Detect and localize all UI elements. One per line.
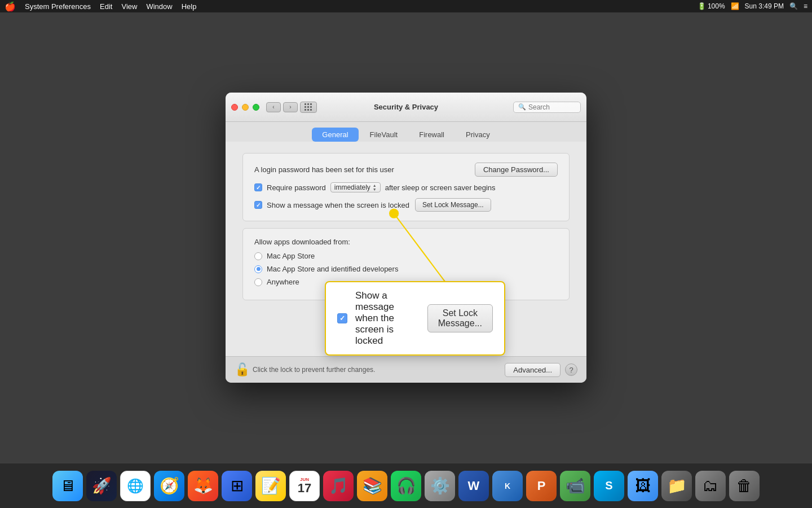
dock-item-music[interactable]: 🎵: [323, 471, 354, 501]
maximize-button[interactable]: [253, 104, 259, 111]
bottom-bar: 🔓 Click the lock to prevent further chan…: [226, 356, 586, 383]
radio-anywhere: Anywhere: [254, 278, 558, 286]
dock-item-skype[interactable]: S: [594, 471, 624, 501]
traffic-lights: [231, 104, 259, 111]
show-message-label: Show a message when the screen is locked: [267, 201, 409, 209]
radio-identified-button[interactable]: [254, 265, 262, 273]
menubar-control[interactable]: ≡: [804, 2, 807, 10]
dock-item-finder[interactable]: 🖥: [52, 471, 83, 501]
apple-menu[interactable]: 🍎: [5, 1, 16, 12]
help-button[interactable]: ?: [565, 364, 577, 376]
app-menu-help[interactable]: Help: [182, 2, 197, 11]
tab-filevault[interactable]: FileVault: [360, 128, 408, 142]
app-menu-window[interactable]: Window: [146, 2, 172, 11]
require-password-label: Require password: [267, 183, 326, 192]
search-box[interactable]: 🔍: [513, 102, 581, 113]
grid-button[interactable]: [300, 102, 317, 113]
window-title: Security & Privacy: [374, 103, 438, 111]
require-password-row: Require password immediately ▲ ▼ after s…: [254, 182, 558, 192]
advanced-button[interactable]: Advanced...: [505, 363, 561, 377]
login-password-label: A login password has been set for this u…: [254, 165, 394, 174]
search-input[interactable]: [528, 103, 579, 111]
dock-item-stickies[interactable]: 📝: [255, 471, 286, 501]
dock-item-spotify[interactable]: 🎧: [391, 471, 421, 501]
change-password-button[interactable]: Change Password...: [475, 163, 558, 177]
password-section: A login password has been set for this u…: [242, 153, 570, 221]
app-menu-edit[interactable]: Edit: [100, 2, 112, 11]
tabs-bar: General FileVault Firewall Privacy: [226, 122, 586, 142]
app-menu-view[interactable]: View: [121, 2, 137, 11]
show-message-checkbox[interactable]: [254, 201, 262, 209]
tab-privacy[interactable]: Privacy: [456, 128, 500, 142]
tab-general[interactable]: General: [312, 128, 358, 142]
nav-buttons: ‹ ›: [266, 102, 298, 112]
back-button[interactable]: ‹: [266, 102, 281, 112]
dock-item-files2[interactable]: 🗂: [695, 471, 726, 501]
radio-anywhere-button[interactable]: [254, 278, 262, 286]
dock-item-trash[interactable]: 🗑: [729, 471, 760, 501]
radio-mac-app-store-label: Mac App Store: [267, 252, 315, 260]
lock-icon[interactable]: 🔓: [235, 362, 247, 377]
menubar-right: 🔋 100% 📶 Sun 3:49 PM 🔍 ≡: [698, 2, 807, 10]
require-password-checkbox[interactable]: [254, 183, 262, 191]
menubar-wifi: 📶: [731, 2, 739, 10]
dock-item-safari[interactable]: 🧭: [154, 471, 184, 501]
grid-icon: [304, 103, 312, 111]
allow-apps-label: Allow apps downloaded from:: [254, 238, 558, 246]
dock-item-keynote[interactable]: K: [492, 471, 523, 501]
menubar-left: 🍎 System Preferences Edit View Window He…: [5, 1, 196, 12]
menubar-clock: Sun 3:49 PM: [745, 2, 784, 10]
titlebar: ‹ › Security & Privacy 🔍: [226, 93, 586, 122]
dock-item-files[interactable]: 📁: [661, 471, 692, 501]
dock-item-sysprefs[interactable]: ⚙️: [425, 471, 455, 501]
lock-text: Click the lock to prevent further change…: [253, 366, 505, 374]
show-message-row: Show a message when the screen is locked…: [254, 198, 558, 212]
password-timing-dropdown[interactable]: immediately ▲ ▼: [330, 182, 381, 192]
dock-item-preview[interactable]: 🖼: [628, 471, 658, 501]
radio-mac-app-store-identified: Mac App Store and identified developers: [254, 265, 558, 273]
minimize-button[interactable]: [242, 104, 249, 111]
dock-item-mosaic[interactable]: ⊞: [222, 471, 252, 501]
password-timing-value: immediately: [334, 183, 370, 191]
after-sleep-label: after sleep or screen saver begins: [385, 183, 496, 192]
app-menu-system-preferences[interactable]: System Preferences: [25, 2, 91, 11]
radio-mac-app-store: Mac App Store: [254, 252, 558, 260]
dock-item-chrome[interactable]: 🌐: [120, 471, 151, 501]
radio-identified-label: Mac App Store and identified developers: [267, 265, 398, 273]
content-area: A login password has been set for this u…: [226, 142, 586, 356]
menubar-battery: 🔋 100%: [698, 2, 725, 10]
forward-button[interactable]: ›: [283, 102, 298, 112]
search-icon: 🔍: [518, 103, 526, 111]
radio-mac-app-store-button[interactable]: [254, 252, 262, 260]
dock-item-launchpad[interactable]: 🚀: [86, 471, 117, 501]
desktop: ‹ › Security & Privacy 🔍 General FileVau…: [0, 12, 812, 463]
security-privacy-window: ‹ › Security & Privacy 🔍 General FileVau…: [226, 93, 586, 383]
login-password-row: A login password has been set for this u…: [254, 163, 558, 177]
dock-item-books[interactable]: 📚: [357, 471, 387, 501]
set-lock-message-button[interactable]: Set Lock Message...: [415, 198, 491, 212]
dock: 🖥 🚀 🌐 🧭 🦊 ⊞ 📝 JUN 17 🎵 📚 🎧 ⚙️ W K P 📹 S …: [0, 463, 812, 508]
menubar-search[interactable]: 🔍: [789, 2, 798, 10]
dock-item-calendar[interactable]: JUN 17: [289, 471, 320, 501]
menubar: 🍎 System Preferences Edit View Window He…: [0, 0, 812, 12]
dock-item-firefox[interactable]: 🦊: [188, 471, 218, 501]
allow-apps-section: Allow apps downloaded from: Mac App Stor…: [242, 228, 570, 300]
dock-item-word[interactable]: W: [458, 471, 489, 501]
dock-item-facetime[interactable]: 📹: [560, 471, 590, 501]
tab-firewall[interactable]: Firewall: [409, 128, 454, 142]
close-button[interactable]: [231, 104, 238, 111]
dock-item-pages[interactable]: P: [526, 471, 557, 501]
radio-anywhere-label: Anywhere: [267, 278, 299, 286]
dropdown-arrows-icon: ▲ ▼: [373, 183, 377, 191]
